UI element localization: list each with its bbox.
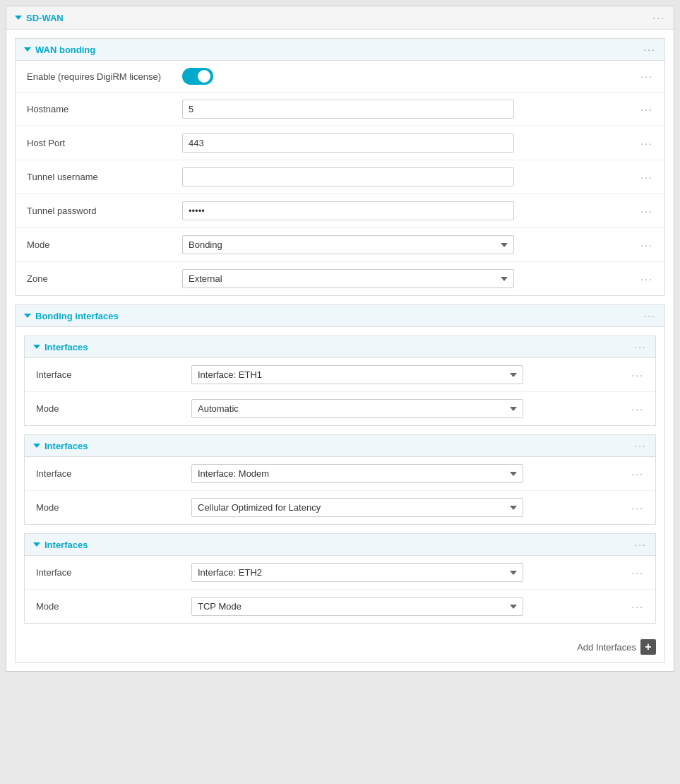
interfaces-1-interface-select-wrapper: Interface: ETH1 Interface: ETH2 Interfac… [191, 365, 523, 384]
zone-select-wrapper: External Internal DMZ [182, 269, 514, 288]
interfaces-1-collapse-icon[interactable] [33, 345, 40, 349]
interfaces-3-mode-select-wrapper: Automatic Bonding TCP Mode Cellular Opti… [191, 597, 523, 616]
host-port-row-dots[interactable]: ··· [632, 138, 653, 149]
interfaces-group-2: Interfaces ··· Interface Interface: ETH1… [24, 434, 656, 525]
tunnel-password-row: Tunnel password ··· [16, 194, 664, 228]
mode-row: Mode Bonding Failover Load Balance ··· [16, 228, 664, 262]
sdwan-dots-menu[interactable]: ··· [652, 12, 665, 23]
tunnel-username-row-dots[interactable]: ··· [632, 172, 653, 183]
interfaces-1-header: Interfaces ··· [25, 336, 655, 358]
zone-label: Zone [27, 273, 182, 284]
zone-row: Zone External Internal DMZ ··· [16, 262, 664, 295]
add-interfaces-bar: Add Interfaces + [16, 632, 664, 662]
mode-row-dots[interactable]: ··· [632, 239, 653, 251]
sdwan-title: SD-WAN [15, 13, 64, 23]
host-port-input-wrapper [182, 133, 514, 153]
interfaces-3-title-text: Interfaces [44, 540, 88, 550]
interfaces-1-title: Interfaces [33, 342, 88, 352]
bonding-interfaces-collapse-icon[interactable] [24, 314, 31, 318]
enable-toggle[interactable] [182, 68, 213, 85]
tunnel-password-input-wrapper [182, 201, 514, 220]
interfaces-2-header: Interfaces ··· [25, 435, 655, 457]
interfaces-3-interface-row: Interface Interface: ETH1 Interface: ETH… [25, 556, 655, 590]
host-port-input[interactable] [182, 133, 514, 153]
zone-select[interactable]: External Internal DMZ [182, 269, 514, 288]
interfaces-2-dots[interactable]: ··· [634, 440, 647, 451]
wan-bonding-title: WAN bonding [24, 44, 95, 55]
host-port-label: Host Port [27, 138, 182, 148]
interfaces-1-mode-label: Mode [36, 403, 191, 414]
sdwan-section: SD-WAN ··· WAN bonding ··· Enable (requi… [6, 6, 674, 672]
wan-bonding-header: WAN bonding ··· [16, 39, 664, 61]
interfaces-group-3: Interfaces ··· Interface Interface: ETH1… [24, 533, 656, 624]
interfaces-3-mode-select[interactable]: Automatic Bonding TCP Mode Cellular Opti… [191, 597, 523, 616]
enable-row-dots[interactable]: ··· [632, 71, 653, 82]
tunnel-username-label: Tunnel username [27, 172, 182, 182]
interfaces-2-title: Interfaces [33, 441, 88, 451]
mode-label: Mode [27, 239, 182, 250]
add-interfaces-plus-icon: + [640, 639, 656, 655]
interfaces-1-mode-select-wrapper: Automatic Bonding TCP Mode Cellular Opti… [191, 399, 523, 418]
interfaces-1-interface-label: Interface [36, 369, 191, 380]
page-container: SD-WAN ··· WAN bonding ··· Enable (requi… [0, 0, 680, 784]
interfaces-1-title-text: Interfaces [44, 342, 88, 352]
interfaces-1-interface-row-dots[interactable]: ··· [623, 369, 644, 381]
tunnel-password-input[interactable] [182, 201, 514, 220]
interfaces-2-interface-label: Interface [36, 468, 191, 479]
interfaces-1-interface-select[interactable]: Interface: ETH1 Interface: ETH2 Interfac… [191, 365, 523, 384]
interfaces-2-mode-label: Mode [36, 502, 191, 513]
interfaces-2-interface-row: Interface Interface: ETH1 Interface: ETH… [25, 457, 655, 491]
bonding-interfaces-title-text: Bonding interfaces [35, 311, 119, 321]
interfaces-3-interface-select[interactable]: Interface: ETH1 Interface: ETH2 Interfac… [191, 563, 523, 582]
sdwan-body: WAN bonding ··· Enable (requires DigiRM … [6, 38, 674, 663]
tunnel-password-label: Tunnel password [27, 206, 182, 216]
tunnel-username-input-wrapper [182, 167, 514, 186]
sdwan-header: SD-WAN ··· [6, 6, 674, 30]
bonding-interfaces-header: Bonding interfaces ··· [16, 305, 664, 327]
interfaces-3-dots[interactable]: ··· [634, 539, 647, 550]
hostname-input-wrapper [182, 100, 514, 119]
sdwan-title-text: SD-WAN [26, 13, 64, 23]
enable-label: Enable (requires DigiRM license) [27, 71, 182, 82]
interfaces-3-mode-row: Mode Automatic Bonding TCP Mode Cellular… [25, 590, 655, 623]
hostname-input[interactable] [182, 100, 514, 119]
host-port-row: Host Port ··· [16, 126, 664, 160]
interfaces-3-mode-row-dots[interactable]: ··· [623, 601, 644, 612]
zone-row-dots[interactable]: ··· [632, 273, 653, 285]
interfaces-1-mode-row-dots[interactable]: ··· [623, 403, 644, 415]
interfaces-1-dots[interactable]: ··· [634, 341, 647, 352]
interfaces-1-interface-row: Interface Interface: ETH1 Interface: ETH… [25, 358, 655, 392]
hostname-label: Hostname [27, 104, 182, 114]
interfaces-3-collapse-icon[interactable] [33, 542, 40, 547]
interfaces-2-mode-row: Mode Automatic Bonding TCP Mode Cellular… [25, 491, 655, 524]
mode-select[interactable]: Bonding Failover Load Balance [182, 235, 514, 254]
interfaces-3-mode-label: Mode [36, 601, 191, 612]
interfaces-2-title-text: Interfaces [44, 441, 88, 451]
wan-bonding-section: WAN bonding ··· Enable (requires DigiRM … [15, 38, 665, 296]
hostname-row-dots[interactable]: ··· [632, 104, 653, 115]
wan-bonding-title-text: WAN bonding [35, 44, 95, 55]
tunnel-password-row-dots[interactable]: ··· [632, 206, 653, 217]
interfaces-group-1: Interfaces ··· Interface Interface: ETH1… [24, 335, 656, 426]
interfaces-3-interface-row-dots[interactable]: ··· [623, 567, 644, 578]
wan-bonding-collapse-icon[interactable] [24, 47, 31, 52]
bonding-interfaces-title: Bonding interfaces [24, 311, 119, 321]
interfaces-2-mode-row-dots[interactable]: ··· [623, 502, 644, 513]
interfaces-1-mode-row: Mode Automatic Bonding TCP Mode Cellular… [25, 392, 655, 425]
hostname-row: Hostname ··· [16, 93, 664, 126]
interfaces-3-header: Interfaces ··· [25, 534, 655, 556]
interfaces-2-interface-row-dots[interactable]: ··· [623, 468, 644, 480]
interfaces-1-mode-select[interactable]: Automatic Bonding TCP Mode Cellular Opti… [191, 399, 523, 418]
interfaces-2-mode-select-wrapper: Automatic Bonding TCP Mode Cellular Opti… [191, 498, 523, 517]
tunnel-username-row: Tunnel username ··· [16, 160, 664, 194]
bonding-interfaces-section: Bonding interfaces ··· Interfaces ··· I [15, 304, 665, 663]
tunnel-username-input[interactable] [182, 167, 514, 186]
sdwan-collapse-icon[interactable] [15, 16, 22, 20]
interfaces-2-mode-select[interactable]: Automatic Bonding TCP Mode Cellular Opti… [191, 498, 523, 517]
wan-bonding-dots[interactable]: ··· [643, 44, 656, 55]
add-interfaces-button[interactable]: Add Interfaces + [577, 639, 656, 655]
interfaces-2-interface-select[interactable]: Interface: ETH1 Interface: ETH2 Interfac… [191, 464, 523, 483]
bonding-interfaces-dots[interactable]: ··· [643, 310, 656, 321]
interfaces-2-collapse-icon[interactable] [33, 444, 40, 448]
interfaces-3-interface-select-wrapper: Interface: ETH1 Interface: ETH2 Interfac… [191, 563, 523, 582]
